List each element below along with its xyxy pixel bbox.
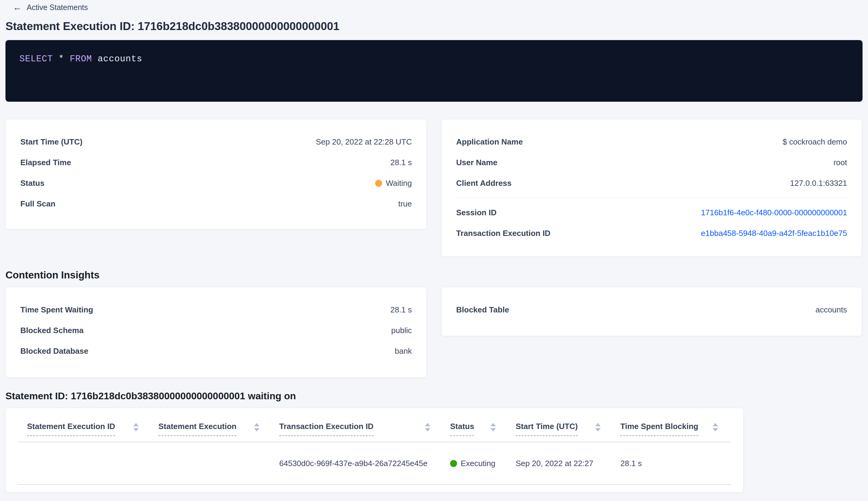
column-header-status[interactable]: Status [444, 408, 510, 442]
column-label: Statement Execution ID [27, 422, 115, 436]
table-row: 64530d0c-969f-437e-a9b4-26a72245e45e Exe… [18, 443, 731, 485]
cell-transaction-execution-id: 64530d0c-969f-437e-a9b4-26a72245e45e [273, 443, 444, 484]
application-name-label: Application Name [456, 137, 523, 147]
status-text: Executing [461, 459, 495, 468]
blocked-schema-label: Blocked Schema [20, 326, 84, 335]
column-label: Transaction Execution ID [279, 422, 373, 436]
column-header-statement-execution-id[interactable]: Statement Execution ID [18, 408, 152, 442]
session-card-divider [456, 198, 847, 198]
time-spent-waiting-value: 28.1 s [390, 305, 412, 315]
executing-status-dot-icon [450, 460, 457, 467]
blocked-table-value: accounts [815, 305, 847, 315]
contention-cards-row: Time Spent Waiting 28.1 s Blocked Schema… [6, 287, 862, 378]
transaction-execution-id-row: Transaction Execution ID e1bba458-5948-4… [456, 223, 847, 244]
breadcrumb: ← Active Statements [13, 2, 862, 13]
waiting-on-heading: Statement ID: 1716b218dc0b38380000000000… [6, 391, 862, 402]
back-arrow-icon: ← [13, 3, 22, 12]
cell-time-spent-blocking: 28.1 s [614, 443, 732, 484]
statement-execution-page: ← Active Statements Statement Execution … [0, 0, 868, 492]
status-value: Waiting [375, 179, 412, 188]
execution-details-card: Start Time (UTC) Sep 20, 2022 at 22:28 U… [6, 119, 427, 229]
waiting-on-table: Statement Execution ID Statement Executi… [6, 408, 744, 492]
column-label: Time Spent Blocking [620, 422, 698, 436]
sort-icon [595, 423, 601, 431]
waiting-status-dot-icon [375, 180, 382, 187]
sql-statement-text: SELECT * FROM accounts [19, 54, 142, 64]
time-spent-waiting-row: Time Spent Waiting 28.1 s [20, 299, 412, 320]
sort-icon [713, 423, 718, 431]
contention-right-card: Blocked Table accounts [441, 287, 862, 336]
sql-text: accounts [92, 54, 142, 64]
column-label: Start Time (UTC) [516, 422, 578, 436]
start-time-row: Start Time (UTC) Sep 20, 2022 at 22:28 U… [20, 131, 412, 152]
sort-icon [425, 423, 430, 431]
sql-keyword: SELECT [19, 54, 53, 64]
column-header-statement-execution[interactable]: Statement Execution [152, 408, 273, 442]
column-label: Statement Execution [159, 422, 236, 436]
blocked-schema-row: Blocked Schema public [20, 320, 412, 341]
blocked-database-row: Blocked Database bank [20, 341, 412, 361]
sql-keyword: FROM [70, 54, 92, 64]
blocked-table-row: Blocked Table accounts [456, 299, 847, 320]
page-title: Statement Execution ID: 1716b218dc0b3838… [6, 20, 862, 33]
sql-statement-box: SELECT * FROM accounts [6, 40, 862, 102]
column-header-transaction-execution-id[interactable]: Transaction Execution ID [273, 408, 444, 442]
time-spent-waiting-label: Time Spent Waiting [20, 305, 93, 315]
full-scan-label: Full Scan [20, 199, 56, 209]
cell-statement-execution [152, 443, 273, 484]
user-name-value: root [833, 158, 847, 167]
back-to-active-statements-link[interactable]: ← Active Statements [13, 3, 88, 12]
elapsed-time-row: Elapsed Time 28.1 s [20, 152, 412, 173]
cell-start-time: Sep 20, 2022 at 22:27 [510, 443, 614, 484]
contention-left-card: Time Spent Waiting 28.1 s Blocked Schema… [6, 287, 427, 378]
column-header-start-time[interactable]: Start Time (UTC) [510, 408, 614, 442]
start-time-label: Start Time (UTC) [20, 137, 83, 147]
sort-icon [254, 423, 260, 431]
blocked-schema-value: public [391, 326, 412, 335]
status-row: Status Waiting [20, 173, 412, 193]
cell-statement-execution-id [18, 443, 152, 484]
transaction-execution-id-link[interactable]: e1bba458-5948-40a9-a42f-5feac1b10e75 [701, 228, 847, 238]
column-label: Status [450, 422, 474, 436]
full-scan-row: Full Scan true [20, 193, 412, 214]
client-address-label: Client Address [456, 179, 512, 188]
blocked-table-label: Blocked Table [456, 305, 509, 315]
client-address-row: Client Address 127.0.0.1:63321 [456, 173, 847, 193]
status-label: Status [20, 179, 44, 188]
full-scan-value: true [398, 199, 412, 209]
cell-status: Executing [444, 443, 510, 484]
column-header-time-spent-blocking[interactable]: Time Spent Blocking [614, 408, 732, 442]
session-id-row: Session ID 1716b1f6-4e0c-f480-0000-00000… [456, 202, 847, 223]
start-time-value: Sep 20, 2022 at 22:28 UTC [316, 137, 412, 147]
sort-icon [490, 423, 496, 431]
user-name-row: User Name root [456, 152, 847, 173]
table-header-row: Statement Execution ID Statement Executi… [18, 408, 731, 443]
sql-text: * [53, 54, 69, 64]
application-name-value: $ cockroach demo [783, 137, 847, 147]
client-address-value: 127.0.0.1:63321 [790, 179, 847, 188]
elapsed-time-label: Elapsed Time [20, 158, 71, 167]
application-name-row: Application Name $ cockroach demo [456, 131, 847, 152]
user-name-label: User Name [456, 158, 497, 167]
blocked-database-label: Blocked Database [20, 347, 88, 356]
contention-insights-heading: Contention Insights [6, 269, 862, 281]
back-link-label: Active Statements [27, 3, 88, 12]
session-id-link[interactable]: 1716b1f6-4e0c-f480-0000-000000000001 [701, 208, 847, 217]
session-details-card: Application Name $ cockroach demo User N… [441, 119, 862, 257]
session-id-label: Session ID [456, 208, 497, 217]
details-cards-row: Start Time (UTC) Sep 20, 2022 at 22:28 U… [6, 119, 862, 257]
blocked-database-value: bank [395, 347, 412, 356]
status-text: Waiting [386, 179, 412, 188]
sort-icon [133, 423, 139, 431]
elapsed-time-value: 28.1 s [390, 158, 412, 167]
transaction-execution-id-label: Transaction Execution ID [456, 228, 551, 238]
